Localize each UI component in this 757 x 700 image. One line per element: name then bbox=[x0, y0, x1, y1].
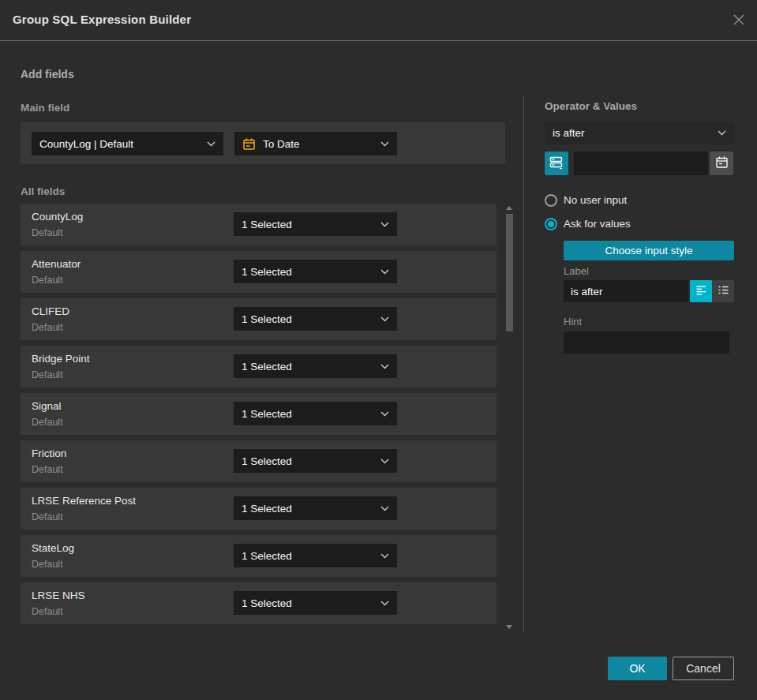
chevron-down-icon bbox=[380, 269, 389, 275]
field-row: Bridge Point Default 1 Selected bbox=[21, 346, 497, 387]
date-picker-button[interactable] bbox=[710, 152, 733, 175]
main-field-select[interactable]: CountyLog | Default bbox=[32, 132, 223, 155]
radio-no-user-input-label: No user input bbox=[564, 194, 627, 206]
add-fields-heading: Add fields bbox=[21, 68, 74, 80]
all-fields-label: All fields bbox=[21, 185, 65, 197]
field-subtitle: Default bbox=[32, 227, 63, 238]
field-subtitle: Default bbox=[32, 606, 63, 617]
chevron-down-icon bbox=[380, 141, 389, 147]
field-selected-value: 1 Selected bbox=[242, 503, 292, 515]
field-subtitle: Default bbox=[32, 322, 63, 333]
chevron-down-icon bbox=[380, 364, 389, 369]
chevron-down-icon bbox=[380, 459, 389, 464]
radio-no-user-input[interactable] bbox=[545, 194, 557, 207]
operator-select[interactable]: is after bbox=[545, 122, 734, 144]
field-row: LRSE Reference Post Default 1 Selected bbox=[21, 488, 497, 530]
field-subtitle: Default bbox=[32, 275, 63, 286]
unique-values-button[interactable] bbox=[545, 152, 568, 175]
chevron-down-icon bbox=[380, 506, 389, 511]
field-name: CountyLog bbox=[32, 211, 83, 223]
field-selection-dropdown[interactable]: 1 Selected bbox=[234, 591, 397, 615]
scroll-up-icon[interactable] bbox=[506, 206, 512, 210]
unique-values-icon bbox=[549, 155, 564, 172]
field-selection-dropdown[interactable]: 1 Selected bbox=[234, 307, 397, 331]
field-selection-dropdown[interactable]: 1 Selected bbox=[234, 496, 397, 520]
field-name: LRSE NHS bbox=[32, 590, 85, 601]
close-icon bbox=[733, 13, 745, 28]
chevron-down-icon bbox=[718, 130, 726, 136]
field-subtitle: Default bbox=[32, 559, 63, 570]
field-subtitle: Default bbox=[32, 511, 63, 522]
field-name: Bridge Point bbox=[32, 353, 90, 365]
value-input[interactable] bbox=[574, 152, 708, 175]
operator-select-value: is after bbox=[553, 127, 585, 139]
field-selection-dropdown[interactable]: 1 Selected bbox=[234, 402, 397, 425]
title-bar: Group SQL Expression Builder bbox=[0, 0, 757, 41]
field-subtitle: Default bbox=[32, 464, 63, 475]
single-line-style-button[interactable] bbox=[690, 280, 712, 302]
main-field-container: CountyLog | Default To Date bbox=[21, 122, 505, 164]
label-field-label: Label bbox=[564, 265, 589, 277]
field-selection-dropdown[interactable]: 1 Selected bbox=[234, 544, 397, 567]
radio-ask-for-values-label: Ask for values bbox=[564, 218, 631, 230]
field-row: CountyLog Default 1 Selected bbox=[21, 204, 497, 245]
field-row: StateLog Default 1 Selected bbox=[21, 535, 497, 577]
field-name: Attenuator bbox=[32, 258, 81, 270]
main-field-select-value: CountyLog | Default bbox=[39, 138, 133, 150]
panel-divider bbox=[523, 96, 524, 631]
align-left-icon bbox=[695, 284, 707, 298]
field-selection-dropdown[interactable]: 1 Selected bbox=[234, 260, 397, 283]
field-selected-value: 1 Selected bbox=[242, 408, 292, 420]
field-selection-dropdown[interactable]: 1 Selected bbox=[234, 354, 397, 378]
cancel-button[interactable]: Cancel bbox=[673, 657, 734, 680]
list-style-button[interactable] bbox=[712, 280, 734, 302]
chevron-down-icon bbox=[380, 553, 389, 559]
field-name: LRSE Reference Post bbox=[32, 495, 136, 507]
date-field-select-value: To Date bbox=[263, 138, 300, 150]
field-selected-value: 1 Selected bbox=[242, 266, 292, 278]
field-name: Friction bbox=[32, 447, 66, 459]
field-row: Attenuator Default 1 Selected bbox=[21, 251, 497, 293]
chevron-down-icon bbox=[380, 316, 389, 322]
field-selected-value: 1 Selected bbox=[242, 597, 292, 609]
field-selected-value: 1 Selected bbox=[242, 455, 292, 467]
field-row: LRSE NHS Default 1 Selected bbox=[21, 582, 497, 624]
field-selected-value: 1 Selected bbox=[242, 550, 292, 562]
dialog-title: Group SQL Expression Builder bbox=[13, 13, 191, 26]
field-name: Signal bbox=[32, 400, 62, 412]
field-name: CLIFED bbox=[32, 305, 69, 317]
all-fields-list: CountyLog Default 1 Selected Attenuator … bbox=[21, 204, 497, 630]
chevron-down-icon bbox=[380, 411, 389, 417]
field-subtitle: Default bbox=[32, 417, 63, 428]
calendar-icon bbox=[242, 137, 256, 151]
field-row: CLIFED Default 1 Selected bbox=[21, 298, 497, 340]
scrollbar-thumb[interactable] bbox=[506, 214, 513, 331]
main-field-label: Main field bbox=[21, 102, 69, 114]
field-selected-value: 1 Selected bbox=[242, 313, 292, 325]
field-selection-dropdown[interactable]: 1 Selected bbox=[234, 449, 397, 473]
field-selection-dropdown[interactable]: 1 Selected bbox=[234, 212, 397, 236]
field-selected-value: 1 Selected bbox=[242, 361, 292, 372]
radio-ask-for-values[interactable] bbox=[545, 218, 557, 230]
field-name: StateLog bbox=[32, 542, 74, 554]
hint-input[interactable] bbox=[564, 331, 729, 354]
field-row: Signal Default 1 Selected bbox=[21, 393, 497, 435]
calendar-icon bbox=[715, 155, 729, 171]
field-subtitle: Default bbox=[32, 369, 63, 380]
label-input[interactable] bbox=[564, 280, 688, 302]
field-selected-value: 1 Selected bbox=[242, 219, 292, 230]
hint-field-label: Hint bbox=[564, 316, 582, 328]
operator-values-heading: Operator & Values bbox=[545, 100, 637, 112]
close-button[interactable] bbox=[730, 12, 748, 29]
chevron-down-icon bbox=[380, 222, 389, 227]
date-field-select[interactable]: To Date bbox=[234, 132, 397, 155]
choose-input-style-button[interactable]: Choose input style bbox=[564, 241, 734, 260]
bulleted-list-icon bbox=[718, 284, 729, 298]
ok-button[interactable]: OK bbox=[608, 657, 667, 680]
field-row: Friction Default 1 Selected bbox=[21, 440, 497, 482]
chevron-down-icon bbox=[380, 601, 389, 606]
group-sql-expression-builder-dialog: Group SQL Expression Builder Add fields … bbox=[0, 0, 757, 700]
chevron-down-icon bbox=[207, 141, 215, 147]
scroll-down-icon[interactable] bbox=[506, 625, 512, 629]
